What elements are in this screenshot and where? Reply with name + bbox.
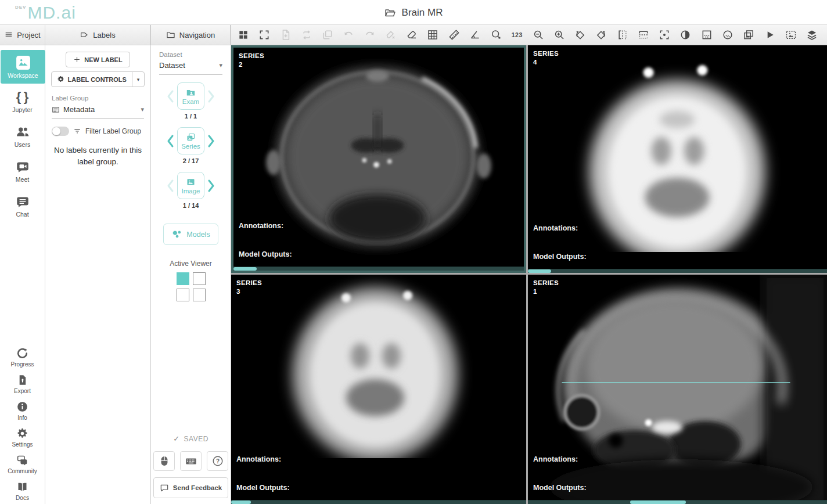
viewport-bottom-left[interactable]: SERIES 3 Annotations: Model Outputs: [231, 275, 526, 504]
mouse-shortcuts-button[interactable] [153, 451, 175, 471]
sidebar-item-workspace[interactable]: Workspace [1, 50, 45, 84]
zoom-out-tool[interactable] [531, 28, 545, 42]
center-focus-tool[interactable] [657, 28, 671, 42]
help-button[interactable] [207, 451, 228, 471]
series-next-button[interactable] [206, 134, 216, 149]
label-group-select[interactable]: Metadata ▾ [52, 105, 144, 119]
rotate-ccw-tool[interactable] [573, 28, 587, 42]
sidebar-item-chat[interactable]: Chat [0, 188, 45, 223]
viewport-top-left[interactable]: SERIES 2 Annotations: Model Outputs: [231, 45, 526, 273]
sidebar-item-users[interactable]: Users [0, 118, 45, 153]
active-viewer-cell-top-left[interactable] [177, 272, 189, 285]
send-feedback-button[interactable]: Send Feedback [153, 477, 228, 498]
feedback-bubble-icon [160, 483, 169, 492]
scrollbar-thumb[interactable] [528, 269, 551, 273]
scrollbar-thumb[interactable] [630, 501, 686, 504]
export-image-tool[interactable] [784, 28, 798, 42]
sidebar-item-label: Meet [16, 176, 29, 183]
exam-prev-button[interactable] [166, 89, 175, 104]
flip-horizontal-tool[interactable] [616, 28, 630, 42]
check-icon: ✓ [173, 434, 179, 443]
ruler-tool[interactable] [447, 28, 461, 42]
dataset-select[interactable]: Dataset ▾ [159, 61, 222, 75]
zoom-in-tool[interactable] [552, 28, 566, 42]
window-level-tool[interactable] [700, 28, 714, 42]
redo-tool[interactable] [363, 28, 377, 42]
new-annotation-tool[interactable] [279, 28, 293, 42]
sidebar-item-export[interactable]: Export [0, 370, 45, 397]
project-panel-title: Project [17, 31, 40, 39]
image-stack-icon [743, 29, 754, 41]
probe-icon [490, 29, 502, 41]
exam-next-button[interactable] [206, 89, 216, 104]
probe-tool[interactable] [489, 28, 503, 42]
duplicate-annotation-tool[interactable] [321, 28, 335, 42]
project-panel-header[interactable]: Project [0, 25, 45, 45]
layers-tool[interactable] [805, 28, 819, 42]
series-button[interactable]: Series [177, 127, 204, 154]
scrollbar-thumb[interactable] [233, 267, 257, 271]
reload-series-tool[interactable] [300, 28, 314, 42]
exam-label: Exam [182, 98, 199, 105]
hanging-grid-tool[interactable] [426, 28, 440, 42]
saved-status-label: SAVED [184, 435, 208, 443]
sidebar-item-label: Export [14, 388, 31, 394]
sidebar-item-settings[interactable]: Settings [0, 424, 45, 451]
filter-label-group-toggle[interactable] [52, 127, 69, 136]
jupyter-icon: { } [0, 89, 45, 105]
fullscreen-tool[interactable] [257, 28, 271, 42]
annotations-overlay-label: Annotations: [236, 455, 281, 463]
brand-logo[interactable]: DEV MD.ai [15, 1, 76, 24]
model-outputs-overlay-label: Model Outputs: [236, 484, 290, 492]
cine-play-tool[interactable] [763, 28, 776, 42]
new-label-button[interactable]: NEW LABEL [66, 52, 130, 67]
series-overlay-label: SERIES 1 [533, 279, 559, 296]
image-button[interactable]: Image [177, 172, 204, 199]
active-viewer-cell-bottom-left[interactable] [177, 289, 189, 301]
image-scrollbar[interactable] [528, 269, 827, 273]
sidebar-item-docs[interactable]: Docs [0, 477, 45, 504]
rotate-cw-tool[interactable] [594, 28, 608, 42]
image-next-button[interactable] [206, 178, 216, 193]
viewer-area: 123 [231, 25, 827, 504]
viewport-layout-tool[interactable] [236, 28, 250, 42]
sphere-window-tool[interactable] [721, 28, 735, 42]
image-stack-tool[interactable] [742, 28, 756, 42]
users-icon [15, 124, 30, 139]
navigation-panel-title: Navigation [179, 31, 215, 39]
models-button[interactable]: Models [163, 224, 218, 245]
keyboard-shortcuts-button[interactable] [180, 451, 202, 471]
sidebar-item-progress[interactable]: Progress [0, 344, 45, 370]
exam-button[interactable]: Exam [177, 82, 204, 110]
viewport-top-right[interactable]: SERIES 4 Annotations: Model Outputs: [528, 45, 827, 273]
active-viewer-cell-top-right[interactable] [193, 272, 206, 285]
series-number: 4 [533, 58, 559, 67]
numbers-123-icon: 123 [512, 31, 523, 38]
series-prev-button[interactable] [166, 134, 175, 149]
image-prev-button[interactable] [166, 178, 175, 193]
sidebar-item-info[interactable]: Info [0, 397, 45, 424]
sidebar-item-community[interactable]: Community [0, 451, 45, 477]
label-controls-button[interactable]: LABEL CONTROLS [52, 72, 132, 87]
series-word: SERIES [533, 49, 559, 58]
series-overlay-label: SERIES 3 [236, 279, 262, 296]
active-viewer-caption: Active Viewer [151, 260, 231, 268]
flip-vertical-tool[interactable] [637, 28, 650, 42]
eraser-tool[interactable] [405, 28, 419, 42]
sidebar-item-jupyter[interactable]: { } Jupyter [0, 84, 45, 118]
image-scrollbar[interactable] [233, 267, 524, 271]
help-buttons-row [151, 451, 231, 471]
scrollbar-thumb[interactable] [231, 501, 251, 504]
image-scrollbar[interactable] [528, 500, 827, 504]
invert-tool[interactable] [678, 28, 692, 42]
viewport-bottom-right[interactable]: SERIES 1 Annotations: Model Outputs: [528, 275, 827, 504]
image-scrollbar[interactable] [231, 500, 526, 504]
image-photo-icon [186, 177, 196, 187]
delete-annotation-tool[interactable] [384, 28, 398, 42]
sidebar-item-meet[interactable]: Meet [0, 153, 45, 188]
number-labels-tool[interactable]: 123 [510, 28, 524, 42]
label-controls-dropdown-button[interactable]: ▾ [132, 72, 145, 87]
active-viewer-cell-bottom-right[interactable] [193, 289, 206, 301]
angle-tool[interactable] [468, 28, 482, 42]
undo-tool[interactable] [341, 28, 355, 42]
